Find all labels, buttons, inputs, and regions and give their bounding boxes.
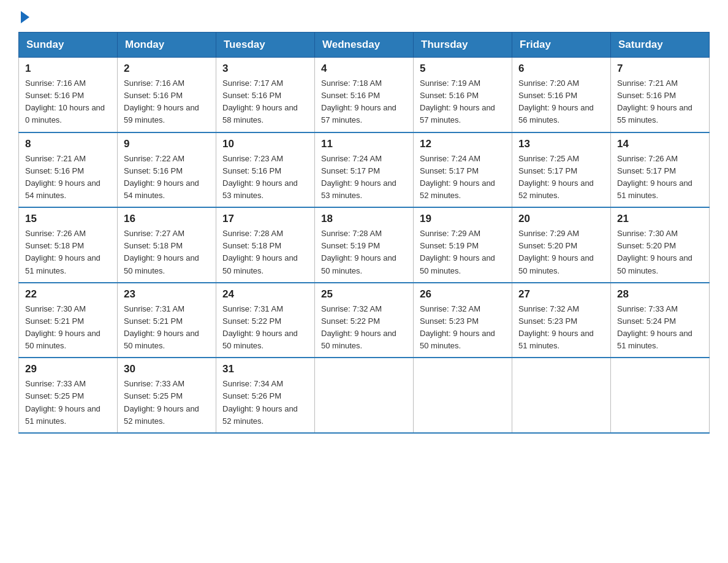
day-info: Sunrise: 7:29 AMSunset: 5:20 PMDaylight:…	[518, 229, 594, 275]
day-info: Sunrise: 7:27 AMSunset: 5:18 PMDaylight:…	[124, 229, 199, 275]
day-number: 23	[124, 288, 210, 301]
day-number: 26	[420, 288, 506, 301]
calendar-cell: 23 Sunrise: 7:31 AMSunset: 5:21 PMDaylig…	[118, 283, 216, 358]
day-number: 3	[222, 63, 308, 75]
day-info: Sunrise: 7:33 AMSunset: 5:25 PMDaylight:…	[124, 379, 199, 425]
calendar-header-row: SundayMondayTuesdayWednesdayThursdayFrid…	[19, 33, 710, 58]
calendar-cell: 20 Sunrise: 7:29 AMSunset: 5:20 PMDaylig…	[512, 207, 611, 283]
day-number: 6	[518, 63, 604, 75]
day-info: Sunrise: 7:25 AMSunset: 5:17 PMDaylight:…	[518, 154, 594, 200]
calendar-cell: 11 Sunrise: 7:24 AMSunset: 5:17 PMDaylig…	[315, 132, 414, 208]
calendar-header-tuesday: Tuesday	[216, 33, 315, 58]
calendar-header-friday: Friday	[512, 33, 611, 58]
calendar-cell: 5 Sunrise: 7:19 AMSunset: 5:16 PMDayligh…	[414, 58, 512, 132]
day-number: 14	[617, 138, 703, 150]
day-number: 19	[420, 213, 506, 225]
day-info: Sunrise: 7:22 AMSunset: 5:16 PMDaylight:…	[124, 154, 199, 200]
day-info: Sunrise: 7:24 AMSunset: 5:17 PMDaylight:…	[420, 154, 495, 200]
calendar-cell: 1 Sunrise: 7:16 AMSunset: 5:16 PMDayligh…	[19, 58, 118, 132]
logo	[18, 12, 29, 21]
calendar-cell: 15 Sunrise: 7:26 AMSunset: 5:18 PMDaylig…	[19, 207, 118, 283]
day-info: Sunrise: 7:31 AMSunset: 5:21 PMDaylight:…	[124, 304, 199, 350]
day-number: 21	[617, 213, 703, 225]
day-info: Sunrise: 7:26 AMSunset: 5:17 PMDaylight:…	[617, 154, 692, 200]
calendar-header-monday: Monday	[118, 33, 216, 58]
calendar-cell: 18 Sunrise: 7:28 AMSunset: 5:19 PMDaylig…	[315, 207, 414, 283]
day-info: Sunrise: 7:17 AMSunset: 5:16 PMDaylight:…	[222, 79, 298, 124]
day-number: 10	[222, 138, 308, 150]
calendar-cell: 21 Sunrise: 7:30 AMSunset: 5:20 PMDaylig…	[611, 207, 710, 283]
day-number: 7	[617, 63, 703, 75]
calendar-cell: 22 Sunrise: 7:30 AMSunset: 5:21 PMDaylig…	[19, 283, 118, 358]
day-number: 16	[124, 213, 210, 225]
day-number: 25	[321, 288, 407, 301]
calendar-header-sunday: Sunday	[19, 33, 118, 58]
day-number: 5	[420, 63, 506, 75]
day-info: Sunrise: 7:34 AMSunset: 5:26 PMDaylight:…	[222, 379, 298, 425]
day-number: 20	[518, 213, 604, 225]
day-info: Sunrise: 7:30 AMSunset: 5:21 PMDaylight:…	[25, 304, 100, 350]
day-number: 28	[617, 288, 703, 301]
day-number: 29	[25, 363, 111, 375]
day-info: Sunrise: 7:32 AMSunset: 5:22 PMDaylight:…	[321, 304, 396, 350]
day-info: Sunrise: 7:29 AMSunset: 5:19 PMDaylight:…	[420, 229, 495, 275]
day-number: 2	[124, 63, 210, 75]
day-number: 13	[518, 138, 604, 150]
day-info: Sunrise: 7:21 AMSunset: 5:16 PMDaylight:…	[617, 79, 692, 124]
day-info: Sunrise: 7:16 AMSunset: 5:16 PMDaylight:…	[25, 79, 105, 124]
calendar-cell	[315, 358, 414, 433]
day-number: 31	[222, 363, 308, 375]
calendar-week-row: 22 Sunrise: 7:30 AMSunset: 5:21 PMDaylig…	[19, 283, 710, 358]
day-info: Sunrise: 7:21 AMSunset: 5:16 PMDaylight:…	[25, 154, 100, 200]
day-number: 12	[420, 138, 506, 150]
calendar-cell: 24 Sunrise: 7:31 AMSunset: 5:22 PMDaylig…	[216, 283, 315, 358]
page-header	[18, 12, 710, 21]
day-number: 9	[124, 138, 210, 150]
day-number: 8	[25, 138, 111, 150]
day-number: 4	[321, 63, 407, 75]
calendar-cell: 19 Sunrise: 7:29 AMSunset: 5:19 PMDaylig…	[414, 207, 512, 283]
calendar-cell: 29 Sunrise: 7:33 AMSunset: 5:25 PMDaylig…	[19, 358, 118, 433]
calendar-cell: 4 Sunrise: 7:18 AMSunset: 5:16 PMDayligh…	[315, 58, 414, 132]
calendar-cell: 26 Sunrise: 7:32 AMSunset: 5:23 PMDaylig…	[414, 283, 512, 358]
calendar-table: SundayMondayTuesdayWednesdayThursdayFrid…	[18, 32, 710, 434]
calendar-cell: 17 Sunrise: 7:28 AMSunset: 5:18 PMDaylig…	[216, 207, 315, 283]
calendar-cell	[414, 358, 512, 433]
day-info: Sunrise: 7:33 AMSunset: 5:25 PMDaylight:…	[25, 379, 100, 425]
calendar-header-wednesday: Wednesday	[315, 33, 414, 58]
calendar-week-row: 8 Sunrise: 7:21 AMSunset: 5:16 PMDayligh…	[19, 132, 710, 208]
calendar-cell: 25 Sunrise: 7:32 AMSunset: 5:22 PMDaylig…	[315, 283, 414, 358]
calendar-header-thursday: Thursday	[414, 33, 512, 58]
day-info: Sunrise: 7:33 AMSunset: 5:24 PMDaylight:…	[617, 304, 692, 350]
calendar-cell: 8 Sunrise: 7:21 AMSunset: 5:16 PMDayligh…	[19, 132, 118, 208]
day-number: 30	[124, 363, 210, 375]
calendar-cell: 6 Sunrise: 7:20 AMSunset: 5:16 PMDayligh…	[512, 58, 611, 132]
calendar-cell: 10 Sunrise: 7:23 AMSunset: 5:16 PMDaylig…	[216, 132, 315, 208]
day-info: Sunrise: 7:30 AMSunset: 5:20 PMDaylight:…	[617, 229, 692, 275]
day-info: Sunrise: 7:31 AMSunset: 5:22 PMDaylight:…	[222, 304, 298, 350]
calendar-cell: 16 Sunrise: 7:27 AMSunset: 5:18 PMDaylig…	[118, 207, 216, 283]
day-info: Sunrise: 7:16 AMSunset: 5:16 PMDaylight:…	[124, 79, 199, 124]
day-info: Sunrise: 7:24 AMSunset: 5:17 PMDaylight:…	[321, 154, 396, 200]
calendar-cell: 3 Sunrise: 7:17 AMSunset: 5:16 PMDayligh…	[216, 58, 315, 132]
day-info: Sunrise: 7:26 AMSunset: 5:18 PMDaylight:…	[25, 229, 100, 275]
calendar-cell: 12 Sunrise: 7:24 AMSunset: 5:17 PMDaylig…	[414, 132, 512, 208]
calendar-week-row: 1 Sunrise: 7:16 AMSunset: 5:16 PMDayligh…	[19, 58, 710, 132]
calendar-cell: 2 Sunrise: 7:16 AMSunset: 5:16 PMDayligh…	[118, 58, 216, 132]
day-number: 15	[25, 213, 111, 225]
day-info: Sunrise: 7:23 AMSunset: 5:16 PMDaylight:…	[222, 154, 298, 200]
day-info: Sunrise: 7:32 AMSunset: 5:23 PMDaylight:…	[420, 304, 495, 350]
day-number: 18	[321, 213, 407, 225]
calendar-cell: 7 Sunrise: 7:21 AMSunset: 5:16 PMDayligh…	[611, 58, 710, 132]
day-info: Sunrise: 7:28 AMSunset: 5:19 PMDaylight:…	[321, 229, 396, 275]
calendar-cell	[512, 358, 611, 433]
calendar-cell: 31 Sunrise: 7:34 AMSunset: 5:26 PMDaylig…	[216, 358, 315, 433]
day-info: Sunrise: 7:32 AMSunset: 5:23 PMDaylight:…	[518, 304, 594, 350]
calendar-cell	[611, 358, 710, 433]
calendar-cell: 30 Sunrise: 7:33 AMSunset: 5:25 PMDaylig…	[118, 358, 216, 433]
day-info: Sunrise: 7:20 AMSunset: 5:16 PMDaylight:…	[518, 79, 594, 124]
day-number: 17	[222, 213, 308, 225]
calendar-week-row: 29 Sunrise: 7:33 AMSunset: 5:25 PMDaylig…	[19, 358, 710, 433]
logo-triangle-icon	[21, 11, 29, 23]
calendar-header-saturday: Saturday	[611, 33, 710, 58]
